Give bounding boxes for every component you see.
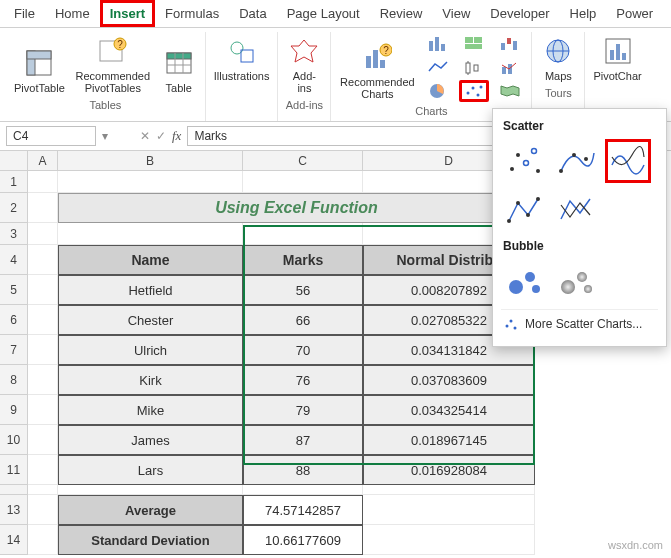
scatter-chart-button[interactable] xyxy=(459,80,489,102)
chart-types-column3 xyxy=(495,32,525,102)
scatter-smooth-lines[interactable] xyxy=(605,139,651,183)
col-b[interactable]: B xyxy=(58,151,243,171)
tab-home[interactable]: Home xyxy=(45,0,100,27)
cell-name[interactable]: Chester xyxy=(58,305,243,335)
row-3[interactable]: 3 xyxy=(0,223,28,245)
title-cell[interactable]: Using Excel Function xyxy=(58,193,535,223)
tab-formulas[interactable]: Formulas xyxy=(155,0,229,27)
line-chart-button[interactable] xyxy=(423,56,453,78)
pivotchart-button[interactable]: PivotChar xyxy=(591,32,643,84)
table-button[interactable]: Table xyxy=(159,44,199,96)
row-2[interactable]: 2 xyxy=(0,193,28,223)
header-name[interactable]: Name xyxy=(58,245,243,275)
illustrations-button[interactable]: Illustrations xyxy=(212,32,272,84)
row-gap[interactable] xyxy=(0,485,28,495)
row-1[interactable]: 1 xyxy=(0,171,28,193)
sd-label[interactable]: Standard Deviation xyxy=(58,525,243,555)
pivottable-button[interactable]: PivotTable xyxy=(12,44,67,96)
tab-review[interactable]: Review xyxy=(370,0,433,27)
scatter-dropdown: Scatter Bubble More Scatter Ch xyxy=(492,108,667,347)
col-a[interactable]: A xyxy=(28,151,58,171)
addins-button[interactable]: Add- ins xyxy=(284,32,324,96)
addins-icon xyxy=(287,34,321,68)
tab-data[interactable]: Data xyxy=(229,0,276,27)
svg-rect-29 xyxy=(474,65,478,71)
select-all-corner[interactable] xyxy=(0,151,28,171)
cell-marks[interactable]: 56 xyxy=(243,275,363,305)
cell-dist[interactable]: 0.034325414 xyxy=(363,395,535,425)
row-9[interactable]: 9 xyxy=(0,395,28,425)
name-box-dropdown-icon[interactable]: ▾ xyxy=(102,129,108,143)
tab-developer[interactable]: Developer xyxy=(480,0,559,27)
maps-button[interactable]: Maps xyxy=(538,32,578,84)
row-13[interactable]: 13 xyxy=(0,495,28,525)
cell-marks[interactable]: 87 xyxy=(243,425,363,455)
recommended-pivottables-button[interactable]: ? Recommended PivotTables xyxy=(73,32,153,96)
sd-value[interactable]: 10.66177609 xyxy=(243,525,363,555)
group-tours-label: Tours xyxy=(545,84,572,103)
combo-chart-button[interactable] xyxy=(495,56,525,78)
tab-view[interactable]: View xyxy=(432,0,480,27)
waterfall-chart-button[interactable] xyxy=(495,32,525,54)
row-6[interactable]: 6 xyxy=(0,305,28,335)
cell-name[interactable]: Kirk xyxy=(58,365,243,395)
cell-dist[interactable]: 0.016928084 xyxy=(363,455,535,485)
cell-marks[interactable]: 88 xyxy=(243,455,363,485)
tab-power[interactable]: Power xyxy=(606,0,663,27)
bubble-2d[interactable] xyxy=(501,259,547,303)
more-scatter-charts[interactable]: More Scatter Charts... xyxy=(501,309,658,338)
tab-help[interactable]: Help xyxy=(560,0,607,27)
svg-rect-37 xyxy=(502,67,506,74)
chart-types-column2 xyxy=(459,32,489,102)
name-box[interactable]: C4 xyxy=(6,126,96,146)
cell-name[interactable]: Mike xyxy=(58,395,243,425)
col-c[interactable]: C xyxy=(243,151,363,171)
tab-insert[interactable]: Insert xyxy=(100,0,155,27)
svg-point-61 xyxy=(561,280,575,294)
scatter-smooth-markers[interactable] xyxy=(553,139,599,183)
svg-rect-44 xyxy=(616,44,620,60)
svg-marker-13 xyxy=(291,40,317,62)
cell-marks[interactable]: 66 xyxy=(243,305,363,335)
tab-bar: File Home Insert Formulas Data Page Layo… xyxy=(0,0,671,28)
scatter-markers-only[interactable] xyxy=(501,139,547,183)
statistic-chart-button[interactable] xyxy=(459,56,489,78)
table-label: Table xyxy=(166,82,192,94)
cell-marks[interactable]: 79 xyxy=(243,395,363,425)
row-14[interactable]: 14 xyxy=(0,525,28,555)
pie-chart-button[interactable] xyxy=(423,80,453,102)
average-value[interactable]: 74.57142857 xyxy=(243,495,363,525)
row-7[interactable]: 7 xyxy=(0,335,28,365)
more-scatter-label: More Scatter Charts... xyxy=(525,317,642,331)
recommended-pivottables-label: Recommended PivotTables xyxy=(75,70,150,94)
globe-icon xyxy=(541,34,575,68)
fx-icon[interactable]: fx xyxy=(172,128,181,144)
cell-name[interactable]: James xyxy=(58,425,243,455)
row-10[interactable]: 10 xyxy=(0,425,28,455)
hierarchy-chart-button[interactable] xyxy=(459,32,489,54)
column-chart-button[interactable] xyxy=(423,32,453,54)
bubble-3d[interactable] xyxy=(553,259,599,303)
recommended-charts-button[interactable]: ? Recommended Charts xyxy=(337,38,417,102)
row-8[interactable]: 8 xyxy=(0,365,28,395)
average-label[interactable]: Average xyxy=(58,495,243,525)
cell-name[interactable]: Lars xyxy=(58,455,243,485)
cell-name[interactable]: Ulrich xyxy=(58,335,243,365)
cancel-icon[interactable]: ✕ xyxy=(140,129,150,143)
svg-rect-12 xyxy=(241,50,253,62)
scatter-straight-markers[interactable] xyxy=(501,189,547,233)
row-4[interactable]: 4 xyxy=(0,245,28,275)
map-chart-small-button[interactable] xyxy=(495,80,525,102)
tab-pagelayout[interactable]: Page Layout xyxy=(277,0,370,27)
cell-dist[interactable]: 0.037083609 xyxy=(363,365,535,395)
cell-marks[interactable]: 70 xyxy=(243,335,363,365)
tab-file[interactable]: File xyxy=(4,0,45,27)
enter-icon[interactable]: ✓ xyxy=(156,129,166,143)
cell-dist[interactable]: 0.018967145 xyxy=(363,425,535,455)
cell-name[interactable]: Hetfield xyxy=(58,275,243,305)
row-5[interactable]: 5 xyxy=(0,275,28,305)
header-marks[interactable]: Marks xyxy=(243,245,363,275)
row-11[interactable]: 11 xyxy=(0,455,28,485)
cell-marks[interactable]: 76 xyxy=(243,365,363,395)
scatter-straight-lines[interactable] xyxy=(553,189,599,233)
